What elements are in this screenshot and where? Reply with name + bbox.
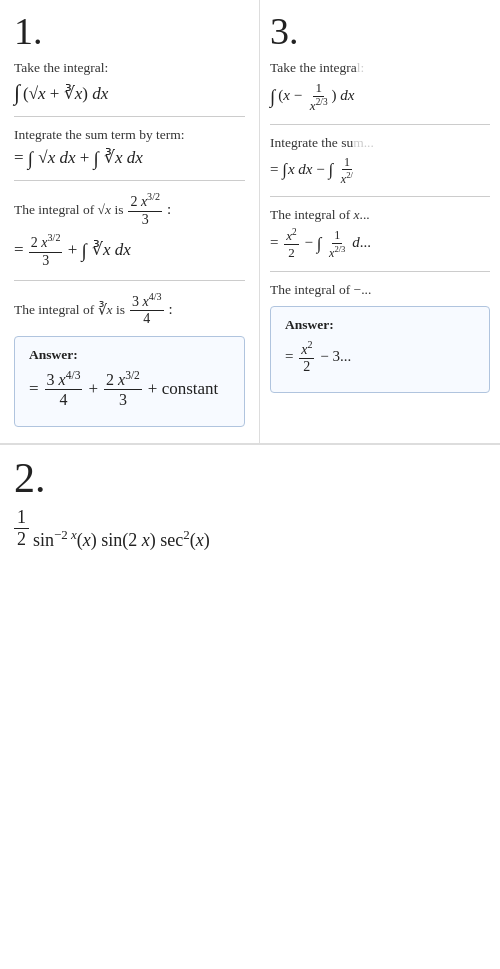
- step3-result-frac: 2 x3/2 3: [29, 232, 63, 269]
- problem3-answer-box: Answer: = x2 2 − 3...: [270, 306, 490, 393]
- problem1-step4-frac-num: 3 x4/3: [130, 291, 164, 311]
- problem1-step3-result-expr: = 2 x3/2 3 + ∫ ∛x dx: [14, 232, 131, 269]
- problem1-step3-frac: 2 x3/2 3: [128, 191, 162, 228]
- divider2: [14, 180, 245, 181]
- p3-frac4: 1 x2/3: [327, 228, 347, 260]
- problem1-answer-label: Answer:: [29, 347, 230, 363]
- problem2-half-frac: 1 2: [14, 507, 29, 551]
- problem1-step4-colon: :: [169, 301, 173, 318]
- problem1-step4-frac: 3 x4/3 4: [130, 291, 164, 328]
- answer-frac2: 2 x3/2 3: [104, 369, 142, 410]
- problem2-area: 2. 1 2 sin−2 x(x) sin(2 x) sec2(x): [0, 444, 500, 567]
- problem1-number: 1.: [14, 12, 245, 50]
- problem3-step2-math: = ∫x dx − ∫ 1 x2/: [270, 155, 490, 187]
- p3-ans-frac: x2 2: [299, 339, 314, 376]
- problem3-step4-label: The integral of −...: [270, 282, 490, 298]
- answer-frac1: 3 x4/3 4: [45, 369, 83, 410]
- problem2-math: 1 2 sin−2 x(x) sin(2 x) sec2(x): [14, 507, 486, 551]
- top-row: 1. Take the integral: ∫ (√x + ∛x) dx Int…: [0, 0, 500, 444]
- problem1-step4-frac-den: 4: [141, 311, 152, 328]
- problem3-step1-label: Take the integral:: [270, 60, 490, 76]
- problem1-step2-label: Integrate the sum term by term:: [14, 127, 245, 143]
- problem3-step1-math: ∫ (x − 1 x2/3 ) dx: [270, 80, 490, 114]
- problem1-step2-math: = ∫ √x dx + ∫ ∛x dx: [14, 147, 245, 170]
- problem3-step3-math: = x2 2 − ∫ 1 x2/3 d...: [270, 227, 490, 261]
- divider6: [270, 271, 490, 272]
- answer-constant: + constant: [148, 379, 219, 399]
- problem3-column: 3. Take the integral: ∫ (x − 1 x2/3 ) dx…: [260, 0, 500, 443]
- problem1-answer-box: Answer: = 3 x4/3 4 + 2 x3/2 3 + constant: [14, 336, 245, 427]
- problem1-answer-math: = 3 x4/3 4 + 2 x3/2 3 + constant: [29, 369, 230, 410]
- problem3-step3-label: The integral of x...: [270, 207, 490, 223]
- problem1-step3-frac-num: 2 x3/2: [128, 191, 162, 211]
- p3-frac1: 1 x2/3: [308, 80, 330, 114]
- p3-frac3: x2 2: [284, 227, 298, 261]
- divider1: [14, 116, 245, 117]
- problem3-answer-label: Answer:: [285, 317, 475, 333]
- problem1-step1-expr: (√x + ∛x) dx: [23, 83, 108, 104]
- equals-sign: =: [29, 379, 39, 399]
- problem3-step2-label: Integrate the sum...: [270, 135, 490, 151]
- answer-plus: +: [88, 379, 98, 399]
- problem1-step4-label: The integral of ∛x is: [14, 301, 125, 318]
- problem1-step1-math: ∫ (√x + ∛x) dx: [14, 80, 245, 106]
- integral-symbol-2: ∫: [82, 240, 87, 261]
- divider4: [270, 124, 490, 125]
- problem1-step1-label: Take the integral:: [14, 60, 245, 76]
- problem1-step3-label: The integral of √x is: [14, 202, 123, 218]
- problem1-step3-result: = 2 x3/2 3 + ∫ ∛x dx: [14, 232, 245, 269]
- problem3-number: 3.: [270, 12, 490, 50]
- problem1-step4-label-block: The integral of ∛x is 3 x4/3 4 :: [14, 291, 245, 328]
- problem1-step3-frac-den: 3: [140, 212, 151, 229]
- integral-symbol-3: ∫: [270, 86, 275, 108]
- problem3-answer-math: = x2 2 − 3...: [285, 339, 475, 376]
- problem2-number: 2.: [14, 457, 486, 499]
- problem1-column: 1. Take the integral: ∫ (√x + ∛x) dx Int…: [0, 0, 260, 443]
- integral-symbol-1: ∫: [14, 80, 20, 106]
- problem1-step3-label-block: The integral of √x is 2 x3/2 3 :: [14, 191, 245, 228]
- problem1-step3-colon: :: [167, 201, 171, 218]
- divider5: [270, 196, 490, 197]
- page: 1. Take the integral: ∫ (√x + ∛x) dx Int…: [0, 0, 500, 567]
- divider3: [14, 280, 245, 281]
- p3-frac2: 1 x2/: [339, 155, 355, 187]
- problem1-step2-expr: = ∫ √x dx + ∫ ∛x dx: [14, 147, 143, 170]
- problem2-sin-expr: sin−2 x(x) sin(2 x) sec2(x): [33, 527, 210, 551]
